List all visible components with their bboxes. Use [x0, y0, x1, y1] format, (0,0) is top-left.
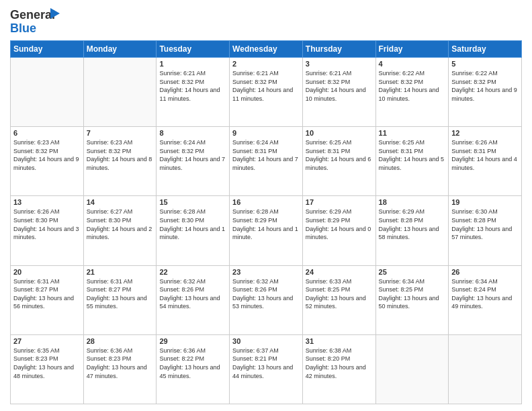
calendar-cell: 30Sunrise: 6:37 AM Sunset: 8:21 PM Dayli… [230, 334, 303, 404]
day-detail: Sunrise: 6:29 AM Sunset: 8:28 PM Dayligh… [379, 208, 446, 241]
weekday-header-saturday: Saturday [449, 41, 522, 58]
day-detail: Sunrise: 6:21 AM Sunset: 8:32 PM Dayligh… [306, 69, 373, 103]
day-detail: Sunrise: 6:23 AM Sunset: 8:32 PM Dayligh… [87, 138, 154, 172]
calendar-cell: 12Sunrise: 6:26 AM Sunset: 8:31 PM Dayli… [449, 127, 522, 196]
weekday-header-sunday: Sunday [11, 41, 84, 58]
day-detail: Sunrise: 6:34 AM Sunset: 8:25 PM Dayligh… [379, 277, 446, 311]
weekday-header-wednesday: Wednesday [230, 41, 303, 58]
day-number: 11 [379, 129, 446, 137]
day-number: 19 [451, 198, 519, 206]
calendar-cell: 18Sunrise: 6:29 AM Sunset: 8:28 PM Dayli… [375, 196, 449, 265]
calendar-cell: 2Sunrise: 6:21 AM Sunset: 8:32 PM Daylig… [230, 58, 303, 127]
day-detail: Sunrise: 6:27 AM Sunset: 8:30 PM Dayligh… [87, 208, 154, 241]
day-detail: Sunrise: 6:26 AM Sunset: 8:30 PM Dayligh… [13, 208, 81, 241]
day-number: 30 [232, 337, 300, 345]
calendar-cell [83, 58, 157, 127]
day-number: 13 [13, 198, 81, 206]
day-number: 15 [159, 198, 226, 206]
day-number: 5 [451, 60, 519, 68]
day-detail: Sunrise: 6:32 AM Sunset: 8:26 PM Dayligh… [159, 277, 226, 311]
day-number: 9 [232, 129, 300, 137]
calendar-cell: 25Sunrise: 6:34 AM Sunset: 8:25 PM Dayli… [375, 265, 449, 334]
day-number: 4 [379, 60, 446, 68]
calendar-cell: 31Sunrise: 6:38 AM Sunset: 8:20 PM Dayli… [302, 334, 375, 404]
day-detail: Sunrise: 6:24 AM Sunset: 8:32 PM Dayligh… [159, 138, 226, 172]
calendar-week-row: 6Sunrise: 6:23 AM Sunset: 8:32 PM Daylig… [11, 127, 522, 196]
day-detail: Sunrise: 6:31 AM Sunset: 8:27 PM Dayligh… [87, 277, 154, 311]
day-detail: Sunrise: 6:22 AM Sunset: 8:32 PM Dayligh… [379, 69, 446, 103]
calendar-cell: 4Sunrise: 6:22 AM Sunset: 8:32 PM Daylig… [375, 58, 449, 127]
page-header: GeneralBlue [10, 7, 522, 35]
calendar-cell: 6Sunrise: 6:23 AM Sunset: 8:32 PM Daylig… [11, 127, 84, 196]
calendar-cell [375, 334, 449, 404]
calendar-cell: 20Sunrise: 6:31 AM Sunset: 8:27 PM Dayli… [11, 265, 84, 334]
calendar-cell: 24Sunrise: 6:33 AM Sunset: 8:25 PM Dayli… [302, 265, 375, 334]
day-detail: Sunrise: 6:28 AM Sunset: 8:29 PM Dayligh… [232, 208, 300, 241]
weekday-header-friday: Friday [375, 41, 449, 58]
day-number: 17 [306, 198, 373, 206]
calendar-cell: 17Sunrise: 6:29 AM Sunset: 8:29 PM Dayli… [302, 196, 375, 265]
day-number: 7 [87, 129, 154, 137]
weekday-header-thursday: Thursday [302, 41, 375, 58]
calendar-cell: 10Sunrise: 6:25 AM Sunset: 8:31 PM Dayli… [302, 127, 375, 196]
day-number: 8 [159, 129, 226, 137]
calendar-cell: 1Sunrise: 6:21 AM Sunset: 8:32 PM Daylig… [157, 58, 230, 127]
calendar-cell: 5Sunrise: 6:22 AM Sunset: 8:32 PM Daylig… [449, 58, 522, 127]
day-number: 6 [13, 129, 81, 137]
day-detail: Sunrise: 6:36 AM Sunset: 8:23 PM Dayligh… [87, 347, 154, 380]
day-number: 21 [87, 268, 154, 276]
day-number: 28 [87, 337, 154, 345]
day-number: 25 [379, 268, 446, 276]
calendar-cell [11, 58, 84, 127]
day-number: 1 [159, 60, 226, 68]
day-number: 24 [306, 268, 373, 276]
calendar-cell: 21Sunrise: 6:31 AM Sunset: 8:27 PM Dayli… [83, 265, 157, 334]
day-detail: Sunrise: 6:26 AM Sunset: 8:31 PM Dayligh… [451, 138, 519, 172]
day-detail: Sunrise: 6:35 AM Sunset: 8:23 PM Dayligh… [13, 347, 81, 380]
calendar-cell: 29Sunrise: 6:36 AM Sunset: 8:22 PM Dayli… [157, 334, 230, 404]
day-detail: Sunrise: 6:22 AM Sunset: 8:32 PM Dayligh… [451, 69, 519, 103]
calendar-cell: 3Sunrise: 6:21 AM Sunset: 8:32 PM Daylig… [302, 58, 375, 127]
day-detail: Sunrise: 6:32 AM Sunset: 8:26 PM Dayligh… [232, 277, 300, 311]
svg-text:Blue: Blue [10, 21, 36, 35]
day-number: 23 [232, 268, 300, 276]
day-number: 10 [306, 129, 373, 137]
calendar-cell: 19Sunrise: 6:30 AM Sunset: 8:28 PM Dayli… [449, 196, 522, 265]
weekday-header-tuesday: Tuesday [157, 41, 230, 58]
day-number: 14 [87, 198, 154, 206]
day-detail: Sunrise: 6:28 AM Sunset: 8:30 PM Dayligh… [159, 208, 226, 241]
day-detail: Sunrise: 6:30 AM Sunset: 8:28 PM Dayligh… [451, 208, 519, 241]
calendar-cell: 9Sunrise: 6:24 AM Sunset: 8:31 PM Daylig… [230, 127, 303, 196]
day-number: 2 [232, 60, 300, 68]
calendar-cell: 14Sunrise: 6:27 AM Sunset: 8:30 PM Dayli… [83, 196, 157, 265]
day-number: 18 [379, 198, 446, 206]
logo: GeneralBlue [10, 7, 64, 35]
calendar-cell: 15Sunrise: 6:28 AM Sunset: 8:30 PM Dayli… [157, 196, 230, 265]
day-detail: Sunrise: 6:24 AM Sunset: 8:31 PM Dayligh… [232, 138, 300, 172]
calendar-cell: 16Sunrise: 6:28 AM Sunset: 8:29 PM Dayli… [230, 196, 303, 265]
day-number: 12 [451, 129, 519, 137]
calendar-week-row: 13Sunrise: 6:26 AM Sunset: 8:30 PM Dayli… [11, 196, 522, 265]
day-detail: Sunrise: 6:21 AM Sunset: 8:32 PM Dayligh… [159, 69, 226, 103]
day-number: 22 [159, 268, 226, 276]
weekday-header-monday: Monday [83, 41, 157, 58]
day-detail: Sunrise: 6:33 AM Sunset: 8:25 PM Dayligh… [306, 277, 373, 311]
day-detail: Sunrise: 6:38 AM Sunset: 8:20 PM Dayligh… [306, 347, 373, 380]
calendar-cell: 22Sunrise: 6:32 AM Sunset: 8:26 PM Dayli… [157, 265, 230, 334]
day-number: 20 [13, 268, 81, 276]
day-detail: Sunrise: 6:23 AM Sunset: 8:32 PM Dayligh… [13, 138, 81, 172]
calendar-cell: 7Sunrise: 6:23 AM Sunset: 8:32 PM Daylig… [83, 127, 157, 196]
calendar-week-row: 20Sunrise: 6:31 AM Sunset: 8:27 PM Dayli… [11, 265, 522, 334]
calendar-cell: 23Sunrise: 6:32 AM Sunset: 8:26 PM Dayli… [230, 265, 303, 334]
day-detail: Sunrise: 6:21 AM Sunset: 8:32 PM Dayligh… [232, 69, 300, 103]
calendar-table: SundayMondayTuesdayWednesdayThursdayFrid… [10, 40, 522, 404]
day-detail: Sunrise: 6:29 AM Sunset: 8:29 PM Dayligh… [306, 208, 373, 241]
day-number: 29 [159, 337, 226, 345]
calendar-cell: 11Sunrise: 6:25 AM Sunset: 8:31 PM Dayli… [375, 127, 449, 196]
svg-text:General: General [10, 8, 55, 21]
day-detail: Sunrise: 6:34 AM Sunset: 8:24 PM Dayligh… [451, 277, 519, 311]
calendar-week-row: 1Sunrise: 6:21 AM Sunset: 8:32 PM Daylig… [11, 58, 522, 127]
day-detail: Sunrise: 6:37 AM Sunset: 8:21 PM Dayligh… [232, 347, 300, 380]
calendar-cell [449, 334, 522, 404]
calendar-week-row: 27Sunrise: 6:35 AM Sunset: 8:23 PM Dayli… [11, 334, 522, 404]
